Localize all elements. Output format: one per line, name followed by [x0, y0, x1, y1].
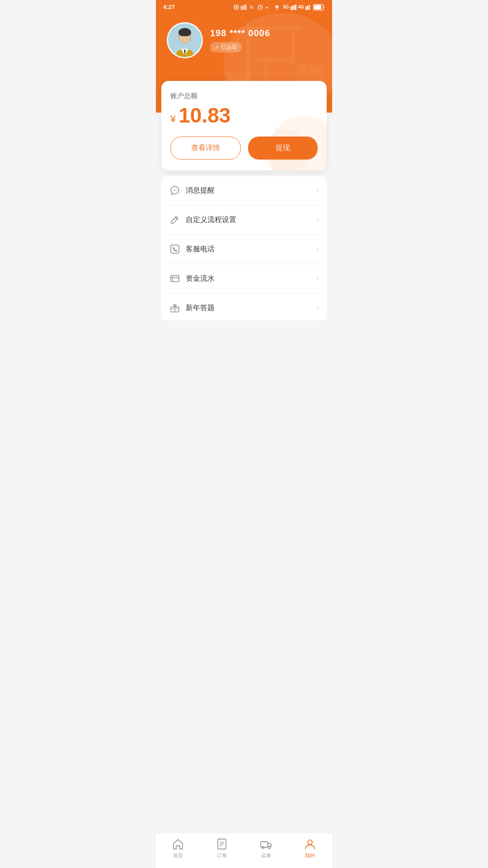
- nav-item-home[interactable]: 首页: [156, 838, 200, 859]
- phone-icon: [169, 244, 180, 255]
- status-time: 4:27: [163, 4, 175, 10]
- balance-label: 账户总额: [170, 92, 318, 100]
- menu-item-coupon[interactable]: 新年答题 ›: [161, 293, 327, 321]
- mine-icon: [304, 838, 316, 850]
- svg-rect-33: [300, 66, 307, 75]
- balance-currency: ¥: [170, 113, 176, 125]
- svg-rect-42: [171, 245, 179, 253]
- profile-row: 198 **** 0006 ✓ 已认证: [167, 22, 321, 58]
- status-icons: N ✳ 5G 4G: [233, 4, 325, 10]
- profile-info: 198 **** 0006 ✓ 已认证: [210, 28, 270, 52]
- svg-point-55: [262, 847, 264, 849]
- nav-item-order[interactable]: 订单: [200, 838, 244, 859]
- svg-point-41: [176, 190, 177, 191]
- svg-rect-4: [244, 5, 245, 10]
- shipping-icon: [260, 838, 272, 850]
- nav-item-shipping[interactable]: 运单: [244, 838, 288, 859]
- menu-label-coupon: 新年答题: [186, 303, 311, 313]
- svg-rect-13: [292, 5, 293, 10]
- svg-point-39: [173, 190, 174, 191]
- home-icon: [172, 838, 184, 850]
- svg-rect-54: [261, 842, 268, 847]
- svg-rect-5: [246, 5, 247, 10]
- svg-rect-15: [295, 5, 296, 10]
- menu-label-fund-flow: 资金流水: [186, 274, 311, 283]
- edit-icon: [169, 214, 180, 225]
- balance-number: 10.83: [178, 105, 230, 126]
- svg-rect-17: [307, 5, 309, 10]
- verified-text: 已认证: [221, 43, 237, 51]
- status-bar: 4:27 N ✳ 5G 4G: [156, 0, 332, 13]
- menu-item-fund-flow[interactable]: 资金流水 ›: [161, 264, 327, 293]
- nav-label-home: 首页: [173, 852, 183, 859]
- svg-rect-24: [255, 58, 291, 62]
- bottom-nav: 首页 订单 运单: [156, 833, 332, 868]
- menu-item-customer-service[interactable]: 客服电话 ›: [161, 235, 327, 264]
- gift-icon: [169, 302, 180, 313]
- chevron-right-icon-3: ›: [316, 245, 319, 253]
- profile-phone: 198 **** 0006: [210, 28, 270, 38]
- withdraw-button[interactable]: 提现: [248, 137, 318, 160]
- money-icon: [169, 273, 180, 284]
- order-icon: [216, 838, 228, 850]
- svg-point-40: [174, 190, 175, 191]
- svg-text:N: N: [250, 5, 253, 10]
- svg-rect-38: [179, 31, 190, 36]
- avatar: [167, 22, 203, 58]
- svg-rect-14: [294, 5, 295, 10]
- svg-point-1: [235, 6, 237, 8]
- menu-list: 消息提醒 › 自定义流程设置 › 客服电话 ›: [161, 176, 327, 321]
- menu-label-custom-flow: 自定义流程设置: [186, 215, 311, 225]
- verified-check: ✓: [215, 44, 219, 51]
- svg-rect-12: [291, 6, 292, 10]
- menu-item-custom-flow[interactable]: 自定义流程设置 ›: [161, 205, 327, 235]
- svg-rect-20: [314, 5, 321, 9]
- chevron-right-icon-2: ›: [316, 216, 319, 223]
- nav-item-mine[interactable]: 我的: [288, 838, 333, 859]
- menu-item-message[interactable]: 消息提醒 ›: [161, 176, 327, 205]
- card-buttons: 查看详情 提现: [170, 137, 318, 160]
- balance-card: 账户总额 ¥ 10.83 查看详情 提现: [161, 81, 327, 170]
- svg-rect-18: [309, 5, 310, 10]
- svg-point-56: [268, 847, 270, 849]
- svg-text:✳: ✳: [265, 5, 269, 10]
- nav-label-shipping: 运单: [261, 852, 271, 859]
- menu-label-customer-service: 客服电话: [186, 245, 311, 254]
- svg-rect-3: [243, 5, 244, 10]
- svg-point-57: [308, 840, 312, 844]
- menu-label-message: 消息提醒: [186, 186, 311, 195]
- svg-point-11: [277, 8, 278, 9]
- svg-rect-2: [241, 6, 242, 10]
- chevron-right-icon: ›: [316, 187, 319, 194]
- svg-rect-34: [310, 66, 320, 75]
- nav-label-order: 订单: [217, 852, 227, 859]
- view-detail-button[interactable]: 查看详情: [170, 137, 241, 160]
- chevron-right-icon-5: ›: [316, 304, 319, 311]
- svg-rect-16: [305, 6, 307, 10]
- chevron-right-icon-4: ›: [316, 275, 319, 282]
- balance-amount: ¥ 10.83: [170, 105, 318, 126]
- verified-badge: ✓ 已认证: [210, 42, 242, 52]
- message-icon: [169, 185, 180, 196]
- nav-label-mine: 我的: [305, 852, 315, 859]
